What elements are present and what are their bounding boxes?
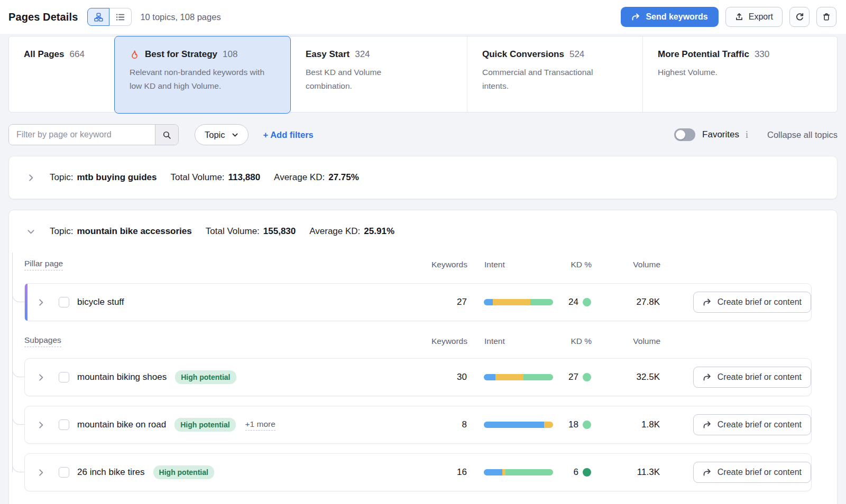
sitemap-icon bbox=[94, 13, 103, 22]
tab-easy-start[interactable]: Easy Start 324 Best KD and Volume combin… bbox=[291, 36, 467, 112]
search-input[interactable] bbox=[9, 125, 155, 145]
topic-prefix: Topic: bbox=[50, 172, 73, 183]
chevron-right-icon[interactable] bbox=[37, 374, 45, 381]
topic-name: mtb buying guides bbox=[77, 172, 157, 183]
column-keywords: Keywords bbox=[415, 260, 467, 269]
row-checkbox[interactable] bbox=[59, 372, 69, 382]
chevron-right-icon[interactable] bbox=[37, 421, 45, 429]
search-icon bbox=[162, 130, 171, 139]
page-name: mountain bike on road bbox=[77, 419, 166, 430]
kd-value: 6 bbox=[574, 467, 578, 478]
table-row-subpage: 26 inch bike tires High potential 16 6 1… bbox=[24, 453, 812, 491]
tree-connector-elbow bbox=[12, 362, 24, 377]
keywords-value: 8 bbox=[414, 419, 467, 430]
export-icon bbox=[735, 13, 743, 21]
pillar-page-label: Pillar page bbox=[24, 259, 63, 270]
average-kd-label: Average KD: bbox=[274, 172, 325, 183]
list-view-button[interactable] bbox=[109, 8, 132, 26]
column-kd: KD % bbox=[554, 337, 592, 346]
topic-header-expanded[interactable]: Topic: mountain bike accessories Total V… bbox=[9, 210, 837, 253]
volume-value: 32.5K bbox=[591, 372, 660, 382]
topic-filter-dropdown[interactable]: Topic bbox=[195, 124, 249, 145]
keywords-value: 30 bbox=[414, 372, 467, 382]
add-filters-link[interactable]: + Add filters bbox=[263, 130, 314, 140]
create-brief-button[interactable]: Create brief or content bbox=[693, 414, 811, 435]
intent-bar bbox=[484, 299, 553, 305]
favorites-label: Favorites bbox=[702, 129, 739, 140]
total-volume-value: 113,880 bbox=[228, 172, 261, 183]
subpages-header-row: Subpages Keywords Intent KD % Volume bbox=[24, 333, 812, 349]
kd-dot bbox=[583, 298, 591, 306]
chevron-right-icon[interactable] bbox=[27, 174, 35, 182]
volume-value: 11.3K bbox=[591, 467, 660, 478]
topic-header-collapsed[interactable]: Topic: mtb buying guides Total Volume: 1… bbox=[9, 156, 837, 199]
tab-all-pages[interactable]: All Pages 664 bbox=[9, 36, 114, 112]
chevron-right-icon[interactable] bbox=[37, 469, 45, 477]
high-potential-badge: High potential bbox=[153, 465, 214, 479]
column-kd: KD % bbox=[554, 260, 592, 269]
total-volume-label: Total Volume: bbox=[171, 172, 225, 183]
topic-card-mountain-bike-accessories: Topic: mountain bike accessories Total V… bbox=[8, 210, 838, 504]
total-volume-value: 155,830 bbox=[263, 226, 296, 237]
export-button[interactable]: Export bbox=[725, 7, 783, 27]
column-intent: Intent bbox=[467, 260, 554, 269]
favorites-toggle[interactable] bbox=[674, 128, 695, 141]
create-brief-button[interactable]: Create brief or content bbox=[693, 292, 811, 313]
create-brief-button[interactable]: Create brief or content bbox=[693, 462, 811, 483]
column-intent: Intent bbox=[467, 337, 554, 346]
send-arrow-icon bbox=[703, 421, 712, 429]
send-keywords-button[interactable]: Send keywords bbox=[621, 7, 718, 27]
search-box bbox=[8, 124, 179, 145]
chevron-right-icon[interactable] bbox=[37, 298, 45, 306]
tree-connector-elbow bbox=[12, 410, 24, 425]
kd-value: 27 bbox=[568, 372, 578, 382]
volume-value: 27.8K bbox=[591, 297, 660, 307]
kd-dot bbox=[583, 468, 591, 477]
send-arrow-icon bbox=[703, 373, 712, 381]
kd-value: 24 bbox=[568, 297, 578, 307]
view-toggle bbox=[87, 8, 132, 26]
average-kd-label: Average KD: bbox=[309, 226, 360, 237]
column-volume: Volume bbox=[592, 260, 660, 269]
tree-connector-elbow bbox=[12, 287, 24, 302]
info-icon[interactable]: i bbox=[746, 129, 748, 141]
high-potential-badge: High potential bbox=[175, 370, 236, 384]
refresh-button[interactable] bbox=[789, 7, 810, 27]
tab-quick-conversions[interactable]: Quick Conversions 524 Commercial and Tra… bbox=[467, 36, 643, 112]
send-arrow-icon bbox=[631, 13, 640, 21]
average-kd-value: 25.91% bbox=[364, 226, 394, 237]
kd-value: 18 bbox=[568, 419, 578, 430]
row-checkbox[interactable] bbox=[59, 297, 69, 307]
topic-name: mountain bike accessories bbox=[77, 226, 191, 237]
create-brief-button[interactable]: Create brief or content bbox=[693, 367, 811, 388]
page-name: bicycle stuff bbox=[77, 297, 124, 307]
filter-bar-right: Favorites i Collapse all topics bbox=[674, 128, 838, 141]
send-arrow-icon bbox=[703, 298, 712, 306]
row-checkbox[interactable] bbox=[59, 419, 69, 430]
page-name: mountain biking shoes bbox=[77, 372, 167, 382]
column-volume: Volume bbox=[592, 337, 660, 346]
page-name: 26 inch bike tires bbox=[77, 467, 145, 478]
table-row-subpage: mountain bike on road High potential +1 … bbox=[24, 406, 812, 444]
send-arrow-icon bbox=[703, 468, 712, 477]
intent-bar bbox=[484, 469, 553, 475]
table-row-subpage: mountain biking shoes High potential 30 … bbox=[24, 358, 812, 396]
tab-best-for-strategy[interactable]: Best for Strategy 108 Relevant non-brand… bbox=[114, 36, 291, 114]
more-tags-link[interactable]: +1 more bbox=[245, 419, 275, 431]
hierarchy-view-button[interactable] bbox=[87, 8, 109, 26]
toggle-knob bbox=[676, 130, 685, 139]
kd-dot bbox=[583, 421, 591, 429]
chevron-down-icon[interactable] bbox=[27, 228, 35, 236]
collapse-all-topics-link[interactable]: Collapse all topics bbox=[767, 130, 838, 140]
high-potential-badge: High potential bbox=[174, 418, 235, 432]
app-header: Pages Details 10 t bbox=[0, 0, 846, 34]
table-row-pillar: bicycle stuff 27 24 27.8K Create brief o… bbox=[24, 283, 812, 321]
delete-button[interactable] bbox=[816, 7, 836, 27]
search-submit[interactable] bbox=[155, 125, 178, 145]
row-checkbox[interactable] bbox=[59, 467, 69, 478]
tab-more-potential-traffic[interactable]: More Potential Traffic 330 Highest Volum… bbox=[643, 36, 837, 112]
kd-dot bbox=[583, 373, 591, 381]
chevron-down-icon bbox=[232, 132, 238, 138]
pillar-header-row: Pillar page Keywords Intent KD % Volume bbox=[24, 253, 812, 276]
filter-bar: Topic + Add filters Favorites i Collapse… bbox=[8, 124, 838, 145]
